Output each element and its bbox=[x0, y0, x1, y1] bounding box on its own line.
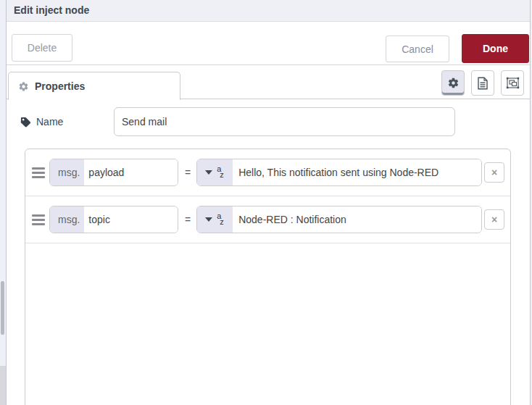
edit-tray: Edit inject node Delete Cancel Done Prop… bbox=[7, 0, 532, 405]
type-select-button[interactable]: a z bbox=[197, 159, 233, 185]
chevron-down-icon bbox=[205, 170, 212, 175]
string-type-icon: a z bbox=[217, 213, 225, 226]
tray-toolbar: Delete Cancel Done bbox=[7, 22, 530, 65]
property-row-topic: msg. = a z × bbox=[25, 196, 510, 243]
tag-icon bbox=[20, 117, 31, 128]
name-label-text: Name bbox=[36, 116, 63, 128]
edit-inject-node-dialog: Edit inject node Delete Cancel Done Prop… bbox=[0, 0, 532, 405]
background-scrollbar-thumb[interactable] bbox=[1, 281, 4, 335]
remove-row-button[interactable]: × bbox=[484, 162, 504, 183]
object-group-icon bbox=[506, 77, 520, 89]
string-type-icon: a z bbox=[217, 166, 225, 179]
properties-gear-button[interactable] bbox=[441, 70, 465, 96]
chevron-down-icon bbox=[205, 217, 212, 222]
gear-icon bbox=[18, 81, 29, 92]
typed-input-group: a z bbox=[196, 206, 482, 233]
background-footer-block bbox=[0, 366, 6, 405]
equals-sign: = bbox=[185, 214, 191, 225]
msg-prefix: msg. bbox=[50, 159, 84, 185]
property-value-input[interactable] bbox=[233, 159, 481, 185]
description-doc-button[interactable] bbox=[471, 70, 494, 96]
property-name-input-group: msg. bbox=[49, 159, 178, 186]
tab-properties-label: Properties bbox=[35, 80, 85, 92]
remove-row-button[interactable]: × bbox=[484, 209, 504, 230]
inject-properties-list: msg. = a z × bbox=[25, 149, 511, 405]
appearance-button[interactable] bbox=[501, 70, 524, 96]
name-field-label: Name bbox=[20, 116, 63, 128]
tab-icon-buttons bbox=[441, 70, 524, 96]
dialog-title: Edit inject node bbox=[7, 0, 530, 22]
typed-input-group: a z bbox=[196, 159, 482, 186]
document-icon bbox=[477, 77, 489, 90]
msg-prefix: msg. bbox=[50, 206, 84, 233]
property-name-input-group: msg. bbox=[49, 206, 178, 233]
gear-icon bbox=[447, 77, 460, 89]
type-select-button[interactable]: a z bbox=[197, 206, 233, 233]
property-row-payload: msg. = a z × bbox=[25, 149, 510, 196]
editor-tab-bar: Properties bbox=[7, 65, 530, 99]
property-key-input[interactable] bbox=[84, 159, 178, 185]
property-value-input[interactable] bbox=[233, 206, 481, 233]
equals-sign: = bbox=[185, 167, 191, 178]
done-button[interactable]: Done bbox=[462, 34, 529, 63]
property-key-input[interactable] bbox=[84, 206, 178, 233]
cancel-button[interactable]: Cancel bbox=[386, 36, 449, 62]
drag-handle-icon[interactable] bbox=[32, 214, 45, 225]
delete-button[interactable]: Delete bbox=[12, 34, 72, 62]
tab-properties[interactable]: Properties bbox=[8, 72, 180, 100]
properties-form: Name msg. = a bbox=[7, 100, 530, 405]
editor-background-strip bbox=[0, 0, 7, 405]
name-input[interactable] bbox=[114, 107, 455, 136]
drag-handle-icon[interactable] bbox=[32, 167, 45, 178]
